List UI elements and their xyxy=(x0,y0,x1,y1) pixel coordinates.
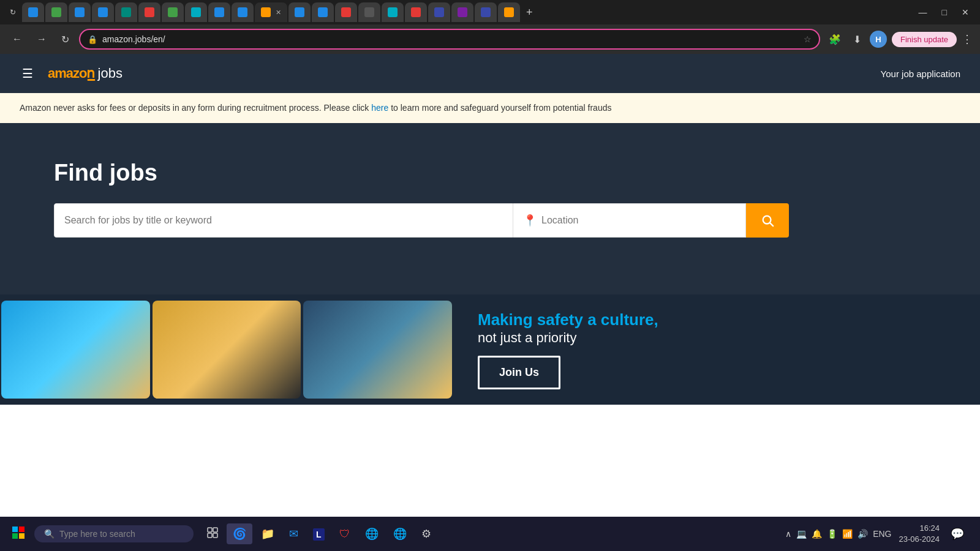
start-button[interactable] xyxy=(5,523,32,545)
bookmark-icon[interactable]: ☆ xyxy=(804,34,812,44)
notice-text: Amazon never asks for fees or deposits i… xyxy=(20,103,371,113)
taskbar-right: ∧ 💻 🔔 🔋 📶 🔊 ENG 16:24 23-06-2024 💬 xyxy=(785,523,975,545)
notice-link[interactable]: here xyxy=(371,103,388,113)
tab-17[interactable] xyxy=(405,2,427,22)
tab-11-close[interactable]: ✕ xyxy=(276,9,281,17)
extensions-button[interactable]: 🧩 xyxy=(825,30,845,49)
tab-15-icon xyxy=(364,7,374,17)
app-l-icon[interactable]: L xyxy=(307,524,331,544)
finish-update-button[interactable]: Finish update xyxy=(892,32,957,47)
tab-13-icon xyxy=(318,7,328,17)
tab-4[interactable] xyxy=(92,2,114,22)
location-search-input[interactable] xyxy=(541,215,736,226)
tab-3-icon xyxy=(75,7,85,17)
tab-20[interactable] xyxy=(475,2,497,22)
taskbar-icons: 🌀 📁 ✉ L 🛡 🌐 🌐 ⚙ xyxy=(201,523,437,545)
tab-8-icon xyxy=(191,7,201,17)
tab-3[interactable] xyxy=(69,2,91,22)
tab-10-icon xyxy=(238,7,247,17)
language-label: ENG xyxy=(873,529,891,539)
clock-date: 23-06-2024 xyxy=(899,534,940,545)
mail-icon[interactable]: ✉ xyxy=(283,523,304,544)
tab-11-active[interactable]: ✕ xyxy=(255,2,287,22)
notification-button[interactable]: 💬 xyxy=(947,523,968,544)
search-icon xyxy=(761,214,774,227)
forward-button[interactable]: → xyxy=(32,30,51,48)
tab-7[interactable] xyxy=(162,2,184,22)
tab-13[interactable] xyxy=(312,2,334,22)
tab-21-icon xyxy=(504,7,514,17)
tab-21[interactable] xyxy=(498,2,520,22)
culture-text-section: Making safety a culture, not just a prio… xyxy=(453,294,683,405)
chrome-icon[interactable]: 🌐 xyxy=(359,523,385,544)
clock-time: 16:24 xyxy=(899,523,940,534)
tab-6[interactable] xyxy=(138,2,160,22)
taskbar-search-box[interactable]: 🔍 Type here to search xyxy=(34,525,194,542)
navbar-left: ☰ amazon̲ jobs xyxy=(20,64,123,83)
hamburger-menu-button[interactable]: ☰ xyxy=(20,64,36,83)
svg-rect-7 xyxy=(213,528,217,532)
profile-button[interactable]: H xyxy=(870,31,887,48)
tab-14[interactable] xyxy=(335,2,357,22)
search-button[interactable] xyxy=(746,203,789,238)
notice-text-after: to learn more and safeguard yourself fro… xyxy=(388,103,611,113)
settings-icon[interactable]: ⚙ xyxy=(415,523,437,544)
tab-19[interactable] xyxy=(451,2,473,22)
hero-section: Find jobs 📍 xyxy=(0,123,980,294)
tab-1-icon xyxy=(28,7,38,17)
more-options-button[interactable]: ⋮ xyxy=(962,32,973,46)
volume-icon[interactable]: 🔊 xyxy=(858,529,868,539)
tab-8[interactable] xyxy=(185,2,207,22)
bottom-section: Making safety a culture, not just a prio… xyxy=(0,294,980,405)
tab-9-icon xyxy=(214,7,224,17)
tab-16[interactable] xyxy=(382,2,404,22)
notice-banner: Amazon never asks for fees or deposits i… xyxy=(0,93,980,123)
tab-20-icon xyxy=(481,7,491,17)
svg-rect-2 xyxy=(12,527,18,532)
back-button[interactable]: ← xyxy=(7,30,27,48)
refresh-button[interactable]: ↻ xyxy=(56,30,74,49)
wifi-icon: 📶 xyxy=(842,529,853,539)
tab-10[interactable] xyxy=(232,2,254,22)
task-view-icon xyxy=(207,527,218,538)
minimize-button[interactable]: — xyxy=(913,5,933,20)
tray-expand-icon[interactable]: ∧ xyxy=(785,529,791,539)
taskbar-search-icon: 🔍 xyxy=(44,529,55,539)
tab-back-btn[interactable]: ↻ xyxy=(5,6,21,19)
keyword-search-input[interactable] xyxy=(64,215,503,226)
download-button[interactable]: ⬇ xyxy=(850,30,865,49)
new-tab-button[interactable]: + xyxy=(521,6,538,19)
join-us-button[interactable]: Join Us xyxy=(478,356,560,389)
maximize-button[interactable]: □ xyxy=(936,5,953,20)
security-icon[interactable]: 🛡 xyxy=(333,524,356,544)
tab-18[interactable] xyxy=(428,2,450,22)
tab-12[interactable] xyxy=(288,2,311,22)
tab-5[interactable] xyxy=(115,2,137,22)
address-bar[interactable]: 🔒 amazon.jobs/en/ ☆ xyxy=(79,29,820,50)
tab-9[interactable] xyxy=(208,2,230,22)
tab-17-icon xyxy=(411,7,421,17)
svg-rect-9 xyxy=(213,533,217,538)
tab-18-icon xyxy=(434,7,444,17)
job-application-link[interactable]: Your job application xyxy=(881,69,960,79)
tab-1[interactable] xyxy=(22,2,44,22)
amazon-jobs-logo: amazon̲ jobs xyxy=(48,66,123,81)
culture-headline: Making safety a culture, xyxy=(478,310,658,331)
system-tray-icons: ∧ 💻 🔔 🔋 📶 🔊 ENG xyxy=(785,529,891,539)
site-navbar: ☰ amazon̲ jobs Your job application xyxy=(0,54,980,93)
tab-2[interactable] xyxy=(45,2,67,22)
chrome2-icon[interactable]: 🌐 xyxy=(387,523,413,544)
svg-rect-6 xyxy=(208,528,212,532)
worker-image-3 xyxy=(303,301,452,399)
task-view-button[interactable] xyxy=(201,523,224,545)
toolbar-right: 🧩 ⬇ H Finish update ⋮ xyxy=(825,30,973,49)
file-explorer-icon[interactable]: 📁 xyxy=(255,523,281,544)
culture-subheading: not just a priority xyxy=(478,330,658,346)
location-pin-icon: 📍 xyxy=(523,214,537,227)
tab-15[interactable] xyxy=(358,2,380,22)
tray-icon-1: 💻 xyxy=(796,529,807,539)
close-button[interactable]: ✕ xyxy=(956,5,975,20)
edge-browser-icon[interactable]: 🌀 xyxy=(227,523,252,544)
taskbar-time[interactable]: 16:24 23-06-2024 xyxy=(899,523,940,545)
windows-logo-icon xyxy=(12,527,24,539)
